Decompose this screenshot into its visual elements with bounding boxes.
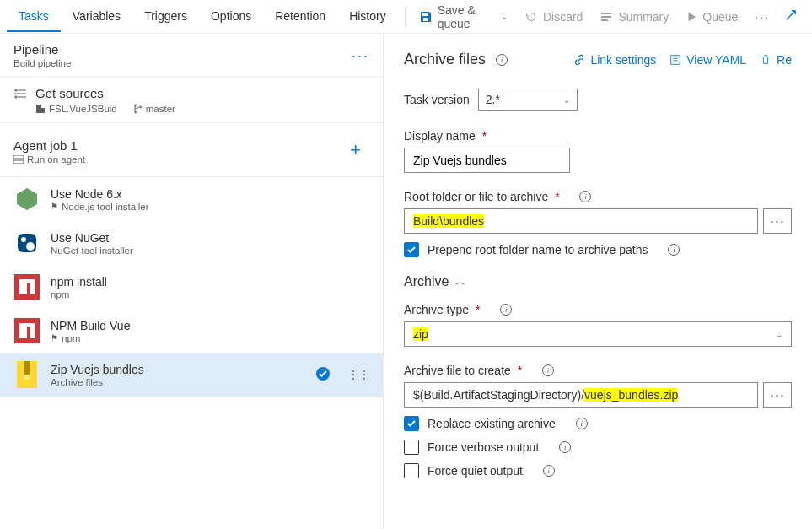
sources-icon xyxy=(13,88,27,102)
info-icon[interactable]: i xyxy=(559,441,571,453)
task-use-nuget[interactable]: Use NuGet NuGet tool installer xyxy=(0,221,383,265)
tab-history[interactable]: History xyxy=(337,2,398,31)
task-use-node[interactable]: Use Node 6.x ⚑Node.js tool installer xyxy=(0,177,383,221)
tab-triggers[interactable]: Triggers xyxy=(132,2,199,31)
svg-rect-2 xyxy=(18,234,36,252)
svg-rect-0 xyxy=(13,155,24,159)
repo-icon xyxy=(35,104,46,114)
verbose-row[interactable]: Force verbose output i xyxy=(404,440,792,455)
task-name: NPM Build Vue xyxy=(51,319,130,332)
root-folder-label: Root folder or file to archive xyxy=(404,190,548,203)
pipeline-title: Pipeline xyxy=(13,42,369,57)
tab-tasks[interactable]: Tasks xyxy=(7,2,61,32)
info-icon[interactable]: i xyxy=(668,244,680,256)
info-icon[interactable]: i xyxy=(500,304,512,316)
prepend-row[interactable]: Prepend root folder name to archive path… xyxy=(404,242,792,257)
task-version-select[interactable]: 2.* ⌄ xyxy=(478,89,578,111)
agent-subtitle: Run on agent xyxy=(13,154,369,165)
task-version-label: Task version xyxy=(404,93,470,106)
archive-icon xyxy=(13,361,40,388)
archive-section-header[interactable]: Archive ︿ xyxy=(404,274,792,289)
replace-checkbox[interactable] xyxy=(404,416,419,431)
tab-variables[interactable]: Variables xyxy=(61,2,132,31)
summary-button[interactable]: Summary xyxy=(593,7,675,27)
archive-file-group: Archive file to create * i $(Build.Artif… xyxy=(404,364,792,478)
archive-type-label: Archive type xyxy=(404,303,469,316)
verbose-checkbox[interactable] xyxy=(404,440,419,455)
link-icon xyxy=(573,54,585,66)
server-icon xyxy=(13,155,24,164)
get-sources-row[interactable]: Get sources FSL.VueJSBuid master xyxy=(0,78,383,123)
pipeline-menu-icon[interactable]: ··· xyxy=(352,46,369,64)
archive-type-select[interactable]: zip ⌄ xyxy=(404,321,792,347)
npm-icon xyxy=(13,317,40,344)
check-icon xyxy=(315,366,331,384)
link-settings-link[interactable]: Link settings xyxy=(573,53,656,67)
chevron-up-icon: ︿ xyxy=(455,275,465,289)
svg-rect-9 xyxy=(24,375,30,380)
task-npm-build-vue[interactable]: NPM Build Vue ⚑npm xyxy=(0,309,383,353)
play-icon xyxy=(686,11,697,23)
display-name-group: Display name * xyxy=(404,129,792,173)
quiet-checkbox[interactable] xyxy=(404,463,419,478)
save-icon xyxy=(419,10,433,24)
tab-options[interactable]: Options xyxy=(199,2,263,31)
info-icon[interactable]: i xyxy=(542,364,554,376)
sources-title: Get sources xyxy=(35,86,175,100)
svg-point-3 xyxy=(21,237,26,242)
svg-rect-1 xyxy=(13,160,24,164)
task-type: ⚑Node.js tool installer xyxy=(51,202,149,212)
npm-icon xyxy=(13,273,40,300)
archive-file-input[interactable]: $(Build.ArtifactStagingDirectory)/vuejs_… xyxy=(404,382,758,408)
pipeline-subtitle: Build pipeline xyxy=(13,58,369,68)
quiet-row[interactable]: Force quiet output i xyxy=(404,463,792,478)
archive-file-label: Archive file to create xyxy=(404,364,511,377)
display-name-label: Display name xyxy=(404,129,476,143)
task-npm-install[interactable]: npm install npm xyxy=(0,265,383,309)
agent-job-row[interactable]: Agent job 1 Run on agent + xyxy=(0,123,383,177)
display-name-input[interactable] xyxy=(404,148,570,173)
save-queue-button[interactable]: Save & queue ⌄ xyxy=(412,0,514,34)
task-name: Use NuGet xyxy=(51,231,133,245)
undo-icon xyxy=(524,10,538,24)
prepend-checkbox[interactable] xyxy=(404,242,419,257)
grip-icon[interactable]: ⋮⋮ xyxy=(347,368,369,381)
expand-icon[interactable] xyxy=(777,6,805,27)
info-icon[interactable]: i xyxy=(576,418,588,429)
pipeline-header[interactable]: Pipeline Build pipeline ··· xyxy=(0,34,383,78)
task-type: NuGet tool installer xyxy=(51,246,133,256)
task-name: Use Node 6.x xyxy=(51,187,149,201)
task-type: npm xyxy=(51,289,107,300)
discard-button[interactable]: Discard xyxy=(518,7,589,27)
info-icon[interactable]: i xyxy=(496,54,508,66)
chevron-down-icon: ⌄ xyxy=(563,95,570,105)
root-folder-input[interactable]: Build\bundles xyxy=(404,208,758,234)
replace-label: Replace existing archive xyxy=(428,417,556,430)
chevron-down-icon: ⌄ xyxy=(501,12,508,21)
browse-button[interactable]: ··· xyxy=(763,382,792,408)
browse-button[interactable]: ··· xyxy=(763,208,792,234)
info-icon[interactable]: i xyxy=(543,465,555,477)
summary-icon xyxy=(600,10,613,24)
queue-button[interactable]: Queue xyxy=(679,7,745,27)
right-header: Archive files i Link settings View YAML … xyxy=(404,51,792,68)
add-task-icon[interactable]: + xyxy=(350,139,361,161)
node-icon xyxy=(13,186,40,213)
task-name: npm install xyxy=(51,275,107,289)
divider xyxy=(405,7,406,27)
replace-row[interactable]: Replace existing archive i xyxy=(404,416,792,431)
remove-link[interactable]: Re xyxy=(760,53,792,67)
left-pane: Pipeline Build pipeline ··· Get sources … xyxy=(0,34,384,529)
view-yaml-link[interactable]: View YAML xyxy=(669,53,746,67)
task-zip-vuejs[interactable]: Zip Vuejs bundles Archive files ⋮⋮ xyxy=(0,353,383,397)
yaml-icon xyxy=(669,54,681,66)
task-version-row: Task version 2.* ⌄ xyxy=(404,89,792,111)
more-button[interactable]: ··· xyxy=(748,7,777,27)
task-name: Zip Vuejs bundles xyxy=(51,363,144,376)
tab-retention[interactable]: Retention xyxy=(263,2,337,31)
main: Pipeline Build pipeline ··· Get sources … xyxy=(0,34,812,529)
nuget-icon xyxy=(13,229,40,256)
svg-rect-11 xyxy=(671,55,680,64)
sources-meta: FSL.VueJSBuid master xyxy=(35,104,175,114)
info-icon[interactable]: i xyxy=(579,191,591,202)
